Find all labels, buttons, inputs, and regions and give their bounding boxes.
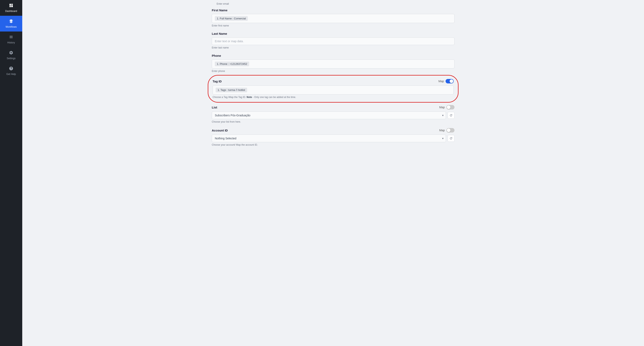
sidebar-item-workflows[interactable]: Workflows bbox=[0, 16, 22, 31]
sidebar-item-settings[interactable]: Settings bbox=[0, 47, 22, 63]
tag-id-map-toggle: Map bbox=[438, 79, 454, 83]
list-hint: Choose your list from here. bbox=[212, 120, 454, 123]
account-id-select-wrapper: Nothing Selected ▾ bbox=[212, 135, 446, 142]
history-icon bbox=[9, 35, 13, 40]
list-select[interactable]: Subscribers Pós-Graduação bbox=[212, 112, 446, 119]
first-name-hint: Enter first name bbox=[212, 24, 454, 27]
list-field-group: List Map Subscribers Pós-Graduação ▾ bbox=[212, 105, 454, 123]
first-name-input-area[interactable]: 1. Full Name : Comercial bbox=[212, 14, 454, 23]
account-id-refresh-button[interactable] bbox=[448, 135, 454, 142]
tag-id-toggle[interactable] bbox=[446, 79, 454, 83]
phone-hint: Enter phone bbox=[212, 70, 454, 72]
sidebar-item-settings-label: Settings bbox=[7, 57, 15, 60]
first-name-label: First Name bbox=[212, 8, 454, 12]
tag-id-tag: 1. Tags : turma-7-hotlist bbox=[216, 88, 247, 92]
account-id-map-toggle: Map bbox=[439, 128, 454, 133]
last-name-hint: Enter last name bbox=[212, 46, 454, 49]
list-map-label: Map bbox=[439, 106, 445, 109]
tag-id-highlighted-wrapper: Tag ID Map 1. Tags : turma-7-hotlist Cho… bbox=[212, 77, 454, 100]
email-hint: Enter email bbox=[212, 0, 454, 8]
sidebar: Dashboard Workflows History Settings Get… bbox=[0, 0, 22, 346]
account-id-select[interactable]: Nothing Selected bbox=[212, 135, 446, 142]
phone-label: Phone bbox=[212, 54, 454, 57]
last-name-field-group: Last Name Enter last name bbox=[212, 32, 454, 49]
account-id-field-group: Account ID Map Nothing Selected ▾ bbox=[212, 128, 454, 146]
last-name-label: Last Name bbox=[212, 32, 454, 35]
first-name-tag: 1. Full Name : Comercial bbox=[215, 16, 248, 21]
sidebar-item-history-label: History bbox=[7, 41, 15, 44]
sidebar-item-dashboard-label: Dashboard bbox=[5, 10, 17, 12]
phone-field-group: Phone 1. Phone : +12126372452 Enter phon… bbox=[212, 54, 454, 72]
form-container: Enter email First Name 1. Full Name : Co… bbox=[22, 0, 644, 346]
account-id-toggle-slider bbox=[446, 128, 454, 133]
sidebar-item-dashboard[interactable]: Dashboard bbox=[0, 0, 22, 16]
sidebar-item-workflows-label: Workflows bbox=[6, 25, 16, 28]
first-name-field-group: First Name 1. Full Name : Comercial Ente… bbox=[212, 8, 454, 27]
help-icon bbox=[9, 66, 13, 71]
account-id-map-label: Map bbox=[439, 129, 445, 132]
last-name-input[interactable] bbox=[212, 37, 454, 45]
sidebar-item-get-help[interactable]: Get Help bbox=[0, 63, 22, 79]
account-id-input-wrapper: Nothing Selected ▾ bbox=[212, 135, 454, 142]
refresh-icon bbox=[450, 114, 453, 117]
list-input-wrapper: Subscribers Pós-Graduação ▾ bbox=[212, 112, 454, 119]
phone-tag: 1. Phone : +12126372452 bbox=[215, 62, 249, 66]
tag-id-field-group: Tag ID Map 1. Tags : turma-7-hotlist Cho… bbox=[212, 77, 454, 100]
account-refresh-icon bbox=[450, 137, 453, 140]
list-map-toggle: Map bbox=[439, 105, 454, 110]
tag-id-hint: Choose a Tag /Map the Tag ID. Note - Onl… bbox=[212, 96, 454, 99]
list-select-wrapper: Subscribers Pós-Graduação ▾ bbox=[212, 112, 446, 119]
tag-id-label: Tag ID Map bbox=[212, 79, 454, 83]
settings-icon bbox=[9, 50, 13, 56]
account-id-label: Account ID Map bbox=[212, 128, 454, 133]
dashboard-icon bbox=[9, 3, 13, 8]
tag-id-map-label: Map bbox=[438, 80, 444, 83]
tag-id-input-area[interactable]: 1. Tags : turma-7-hotlist bbox=[212, 85, 454, 95]
list-refresh-button[interactable] bbox=[448, 112, 454, 119]
list-toggle-slider bbox=[446, 105, 454, 110]
phone-input-area[interactable]: 1. Phone : +12126372452 bbox=[212, 59, 454, 68]
workflows-icon bbox=[9, 19, 13, 24]
tag-id-toggle-slider bbox=[446, 79, 454, 83]
list-label: List Map bbox=[212, 105, 454, 110]
list-toggle[interactable] bbox=[446, 105, 454, 110]
account-id-hint: Choose your account/ Map the account ID. bbox=[212, 143, 454, 146]
sidebar-item-history[interactable]: History bbox=[0, 31, 22, 47]
account-id-toggle[interactable] bbox=[446, 128, 454, 133]
sidebar-item-get-help-label: Get Help bbox=[6, 73, 16, 76]
